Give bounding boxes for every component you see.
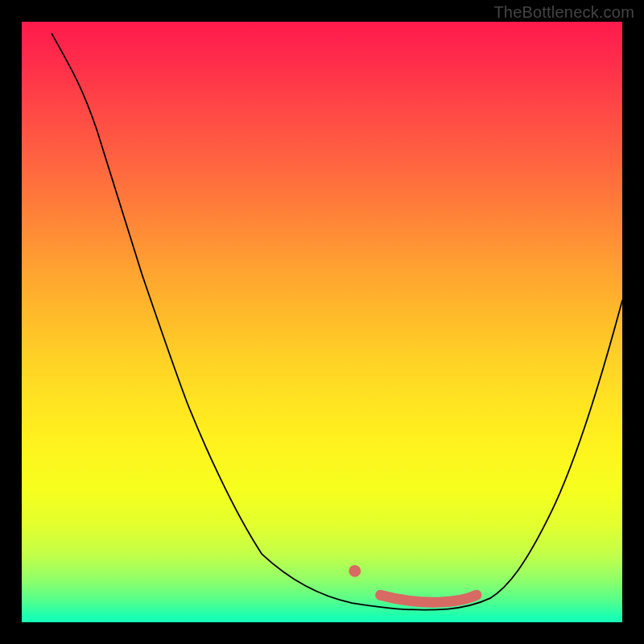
bottleneck-curve — [52, 34, 622, 610]
highlight-segment-bottom — [381, 595, 477, 602]
plot-area — [20, 20, 624, 624]
highlight-dot-left — [349, 565, 361, 577]
watermark-text: TheBottleneck.com — [493, 3, 634, 22]
chart-svg — [22, 22, 622, 622]
